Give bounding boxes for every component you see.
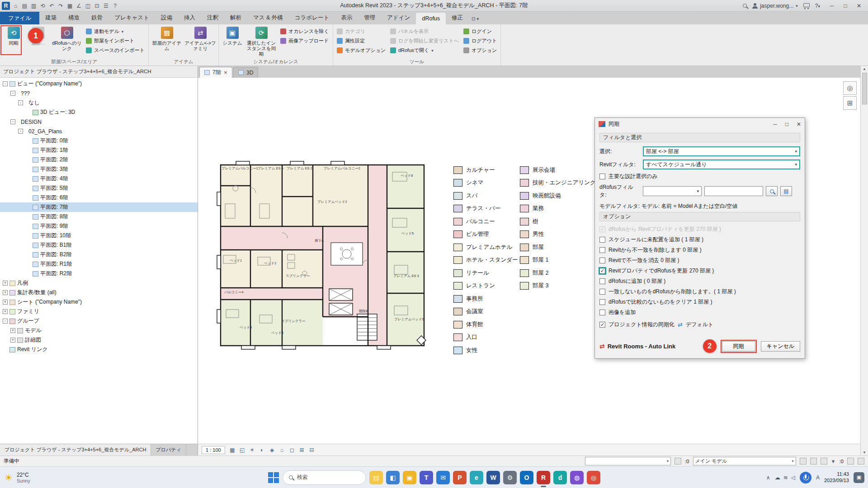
scroll-down-icon[interactable]: ▼ (863, 450, 866, 455)
tree-expander-icon[interactable] (26, 138, 31, 143)
chrome-icon[interactable]: ◎ (587, 471, 600, 484)
open-in-drofus-button[interactable]: dRofusで開く▾ (388, 46, 461, 55)
onedrive-icon[interactable]: ☁ (775, 474, 780, 481)
tree-expander-icon[interactable]: - (10, 91, 15, 96)
teams-icon[interactable]: T (420, 471, 433, 484)
tree-item[interactable]: - グループ (0, 316, 198, 326)
tree-expander-icon[interactable] (3, 347, 8, 352)
dialog-sync-button[interactable]: 同期 (722, 341, 755, 352)
tree-item[interactable]: + シート ("Company Name") (0, 297, 198, 307)
tree-expander-icon[interactable] (26, 262, 31, 267)
linked-model-button[interactable]: 連動モデル▾ (84, 27, 146, 36)
ribbon-tab[interactable]: 修正 (446, 11, 469, 24)
outlook-icon[interactable]: O (520, 471, 533, 484)
tree-item[interactable]: 平面図: 2階 (0, 155, 198, 164)
tree-expander-icon[interactable] (26, 205, 31, 210)
ime-indicator[interactable]: A (816, 474, 820, 481)
selection-icon[interactable] (858, 458, 864, 465)
start-button[interactable] (268, 472, 279, 483)
dialog-cancel-button[interactable]: キャンセル (761, 341, 800, 352)
design-option-combobox[interactable]: ▾ (585, 457, 671, 465)
minimize-button[interactable]: ─ (826, 3, 838, 9)
close-view-icon[interactable]: ✕ (224, 70, 227, 75)
tree-item[interactable]: 平面図: 3階 (0, 164, 198, 174)
sync-with-central-icon[interactable]: ⟲ (38, 1, 47, 10)
tree-expander-icon[interactable] (26, 157, 31, 162)
logout-button[interactable]: ログアウト (462, 37, 499, 45)
redo-icon[interactable]: ↷ (57, 1, 65, 10)
reveal-hidden-icon[interactable]: ◻ (288, 446, 296, 454)
help-menu[interactable]: ?▾ (815, 3, 820, 9)
drawing-area[interactable]: プレミアムバルコニー1プレミアム ES 6プレミアム ES 2プレミアムバルコニ… (198, 78, 860, 444)
tree-item[interactable]: + 集計表/数量 (all) (0, 288, 198, 297)
filter-icon[interactable]: ▼ (831, 459, 836, 464)
sync-option-checkbox[interactable]: dRofusに追加 ( 0 部屋 ) (599, 277, 800, 285)
ribbon-tab[interactable]: 建築 (39, 11, 62, 24)
revit-taskbar-icon[interactable]: R (537, 471, 550, 484)
steering-wheel-icon[interactable]: ◎ (843, 81, 857, 95)
weather-widget[interactable]: ☀ 22°C Sunny (5, 472, 30, 483)
tree-expander-icon[interactable] (26, 271, 31, 276)
sync-option-checkbox[interactable]: 一致しないものをdRofusから削除します。( 1 部屋 ) (599, 288, 800, 296)
ribbon-tab[interactable]: コラボレート (289, 11, 335, 24)
constraints-icon[interactable]: ⊟ (308, 446, 316, 454)
tree-expander-icon[interactable] (26, 195, 31, 200)
taskbar-search[interactable]: 検索 (283, 470, 366, 485)
tree-expander-icon[interactable]: - (18, 129, 23, 134)
edge-icon[interactable]: e (470, 471, 483, 484)
view-tab[interactable]: 7階 ✕ (199, 67, 232, 78)
tag-icon[interactable]: ◫ (84, 1, 92, 10)
selection-combobox[interactable]: 部屋 <-> 部屋 ▾ (643, 146, 800, 156)
project-info-sync-checkbox[interactable]: プロジェクト情報の同期化 ⇄ デフォルト (599, 321, 800, 328)
import-spaces-button[interactable]: スペースのインポート (84, 46, 146, 55)
tree-expander-icon[interactable]: + (3, 290, 8, 295)
model-options-button[interactable]: モデルオプション (335, 46, 387, 55)
notification-icon[interactable]: ▣ (854, 472, 864, 483)
tree-expander-icon[interactable]: + (3, 309, 8, 314)
item-family-button[interactable]: ⇄ アイテム<->ファミリ (184, 25, 217, 58)
temporary-hide-icon[interactable]: ⌂ (278, 446, 286, 454)
options-button[interactable]: オプション (462, 46, 499, 55)
sync-option-checkbox[interactable]: RevitプロパティでdRofusを更新 270 部屋 ) (599, 267, 800, 275)
category-button[interactable]: カテゴリ (335, 27, 387, 36)
dialog-maximize-button[interactable]: □ (785, 121, 788, 127)
search-icon[interactable] (743, 4, 747, 8)
tree-item[interactable]: + 詳細図 (0, 335, 198, 345)
tree-expander-icon[interactable]: - (10, 119, 15, 124)
ribbon-tab[interactable]: 解析 (224, 11, 247, 24)
detail-level-icon[interactable]: ◈ (268, 446, 276, 454)
drofus-filter-list-button[interactable]: ▤ (780, 186, 792, 196)
worksets-icon[interactable] (675, 458, 681, 465)
exclude-occurrences-button[interactable]: オカレンスを除く (278, 27, 331, 36)
tree-expander-icon[interactable] (26, 233, 31, 238)
ribbon-tab[interactable]: 構造 (62, 11, 85, 24)
help-icon[interactable]: ? (111, 1, 119, 10)
tree-item[interactable]: Revit リンク (0, 345, 198, 354)
view-tab[interactable]: 3D ✕ (233, 67, 258, 78)
ribbon-tab[interactable]: マス & 外構 (247, 11, 289, 24)
image-upload-button[interactable]: 画像アップロード (278, 37, 331, 45)
tree-expander-icon[interactable] (26, 243, 31, 248)
file-explorer-icon[interactable]: ▤ (369, 471, 383, 484)
scroll-up-icon[interactable]: ▲ (863, 67, 866, 71)
tree-item[interactable]: 平面図: 1階 (0, 145, 198, 155)
ribbon-tab[interactable]: 注釈 (201, 11, 224, 24)
project-browser-tab[interactable]: プロジェクト ブラウザ - ステップ3+4+5+6_複合モデル_ARCH (0, 444, 151, 455)
editable-only-icon[interactable] (800, 458, 807, 465)
tree-item[interactable]: 平面図: 10階 (0, 231, 198, 240)
tree-expander-icon[interactable]: - (18, 100, 23, 105)
scrollbar-thumb[interactable] (862, 73, 867, 104)
undo-icon[interactable]: ↶ (47, 1, 56, 10)
ribbon-tab[interactable]: プレキャスト (108, 11, 155, 24)
dialog-title-bar[interactable]: 同期 ─ □ ✕ (595, 118, 805, 130)
default-3d-view-icon[interactable]: ⊡ (93, 1, 101, 10)
attribute-settings-button[interactable]: 属性設定 (335, 37, 387, 45)
tree-item[interactable]: 3D ビュー: 3D (0, 108, 198, 117)
tree-expander-icon[interactable] (26, 167, 31, 172)
active-workset-combobox[interactable]: メイン モデル▾ (693, 457, 796, 465)
folder-icon[interactable]: ▣ (403, 471, 416, 484)
dialog-minimize-button[interactable]: ─ (773, 121, 777, 127)
tree-item[interactable]: 平面図: 5階 (0, 183, 198, 193)
ribbon-tab[interactable]: 表示 (335, 11, 358, 24)
clock[interactable]: 11:43 2023/09/13 (824, 471, 849, 484)
